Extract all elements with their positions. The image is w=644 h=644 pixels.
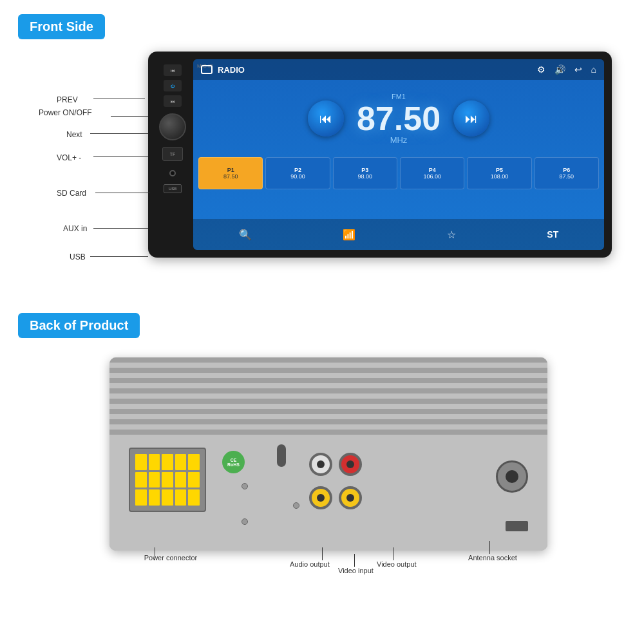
- search-bottom-icon[interactable]: 🔍: [239, 229, 252, 241]
- rca-video-input: [309, 486, 332, 509]
- callout-video-input-line-v: [354, 554, 355, 567]
- pin-10: [188, 472, 200, 488]
- frequency-display: FM1 87.50 MHz: [357, 93, 440, 145]
- pin-2: [149, 454, 160, 470]
- equalizer-icon[interactable]: ⚙: [537, 64, 545, 75]
- radio-title: RADIO: [218, 65, 245, 75]
- st-button[interactable]: ST: [547, 229, 558, 240]
- usb-port[interactable]: USB: [164, 184, 182, 193]
- pin-15: [188, 489, 200, 506]
- callout-power-line-v: [155, 547, 155, 560]
- callout-power-connector: Power connector: [129, 554, 213, 562]
- wifi-icon[interactable]: 📶: [343, 229, 355, 241]
- pin-4: [175, 454, 187, 470]
- callout-sd: SD Card: [57, 189, 86, 198]
- callout-next-line: [90, 133, 148, 134]
- callout-usb: USB: [70, 252, 86, 261]
- callout-prev-line: [93, 99, 145, 99]
- radio-title-area: RADIO: [201, 65, 245, 75]
- topbar-icons: ⚙ 🔊 ↩ ⌂: [537, 64, 596, 75]
- screw-2: [242, 518, 248, 525]
- callout-power-line: [111, 116, 148, 117]
- bottom-controls: 🔍 📶 ☆ ST: [193, 219, 604, 250]
- rca-audio-row: [309, 453, 362, 476]
- rca-audio-white: [309, 453, 332, 476]
- preset-p6[interactable]: P6 87.50: [535, 157, 599, 189]
- rca-audio-red: [339, 453, 362, 476]
- radio-icon: [201, 65, 213, 74]
- power-button[interactable]: ⏻: [164, 80, 182, 91]
- screw-1: [242, 483, 248, 489]
- pin-1: [135, 454, 147, 470]
- front-device-wrapper: ⏮ ⏻ ⏭ TF USB MIC IR RADIO ⚙ 🔊: [148, 52, 612, 270]
- callout-audio-line-v: [322, 547, 323, 560]
- certification-sticker: CERoHS: [222, 451, 245, 473]
- rca-audio-red-inner: [346, 460, 354, 468]
- rca-video-output: [339, 486, 362, 509]
- bluetooth-icon[interactable]: ☆: [447, 229, 456, 241]
- front-side-badge: Front Side: [18, 14, 105, 39]
- callout-sd-line: [95, 193, 150, 193]
- left-controls: ⏮ ⏻ ⏭ TF USB: [153, 64, 192, 248]
- rca-video-input-inner: [317, 494, 325, 502]
- callout-aux: AUX in: [63, 224, 87, 233]
- callout-video-output: Video output: [377, 560, 417, 568]
- presets-row: P1 87.50 P2 90.00 P3 98.00 P4 106.00 P5: [193, 157, 604, 189]
- main-screen: MIC IR RADIO ⚙ 🔊 ↩ ⌂ ⏮ FM1: [193, 59, 604, 250]
- next-track-button[interactable]: ⏭: [453, 100, 489, 137]
- pin-7: [149, 472, 160, 488]
- preset-p1[interactable]: P1 87.50: [198, 157, 263, 189]
- fm-label: FM1: [357, 93, 440, 100]
- callout-prev: PREV: [57, 95, 78, 104]
- heatsink: [109, 357, 547, 435]
- callout-aux-line: [93, 228, 148, 229]
- frequency-number: 87.50: [357, 102, 440, 135]
- pin-13: [162, 489, 173, 506]
- callout-video-input: Video input: [338, 567, 374, 574]
- sd-card-slot[interactable]: TF: [162, 147, 183, 161]
- usb-back-slot: [506, 521, 528, 531]
- pin-5: [188, 454, 200, 470]
- callout-vol-line: [93, 156, 148, 157]
- rca-video-output-inner: [346, 494, 354, 502]
- frequency-display-area: ⏮ FM1 87.50 MHz ⏭: [193, 80, 604, 157]
- preset-p5[interactable]: P5 108.00: [467, 157, 531, 189]
- power-connector-pins: [130, 449, 205, 511]
- volume-knob[interactable]: [159, 113, 186, 140]
- prev-track-button[interactable]: ⏮: [308, 100, 344, 137]
- callout-usb-line: [90, 256, 148, 257]
- device-front: ⏮ ⏻ ⏭ TF USB MIC IR RADIO ⚙ 🔊: [148, 52, 612, 258]
- callout-vol: VOL+ -: [57, 153, 81, 162]
- device-back: CERoHS: [109, 357, 547, 551]
- next-button[interactable]: ⏭: [164, 95, 182, 107]
- aux-port[interactable]: [169, 170, 176, 176]
- rca-video-row: [309, 486, 362, 509]
- pin-9: [175, 472, 187, 488]
- rca-audio-white-inner: [317, 460, 325, 468]
- callout-next: Next: [66, 130, 82, 139]
- back-icon[interactable]: ↩: [574, 64, 582, 75]
- callout-antenna-socket: Antenna socket: [460, 554, 525, 562]
- antenna-socket: [496, 460, 528, 493]
- antenna-socket-inner: [506, 470, 518, 483]
- pin-12: [149, 489, 160, 506]
- prev-button[interactable]: ⏮: [164, 64, 182, 76]
- pin-6: [135, 472, 147, 488]
- jack-35mm: [277, 444, 286, 467]
- callout-audio-output: Audio output: [290, 560, 330, 568]
- callout-antenna-line-v: [489, 541, 490, 554]
- power-connector-block: [129, 448, 206, 512]
- pin-3: [162, 454, 173, 470]
- callout-video-output-line-v: [393, 547, 393, 560]
- pin-14: [175, 489, 187, 506]
- back-of-product-badge: Back of Product: [18, 313, 140, 338]
- preset-p3[interactable]: P3 98.00: [333, 157, 397, 189]
- screw-3: [293, 502, 299, 509]
- back-device-wrapper: CERoHS: [109, 357, 547, 576]
- home-icon[interactable]: ⌂: [591, 64, 596, 75]
- preset-p4[interactable]: P4 106.00: [400, 157, 464, 189]
- volume-icon[interactable]: 🔊: [554, 64, 565, 75]
- callout-power: Power ON/OFF: [39, 108, 92, 117]
- preset-p2[interactable]: P2 90.00: [265, 157, 330, 189]
- pin-11: [135, 489, 147, 506]
